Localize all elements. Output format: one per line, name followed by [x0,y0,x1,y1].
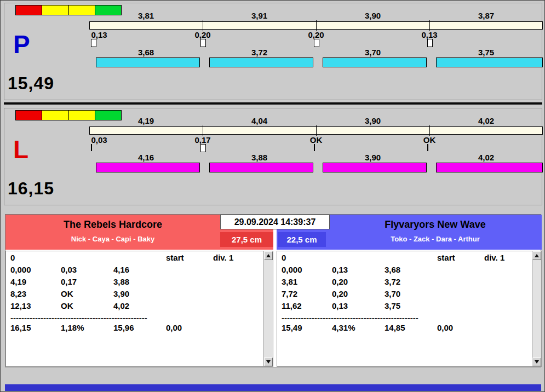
lap-time: 3,72 [203,48,316,57]
timing-bars: 4,19 4,04 3,90 4,02 0,03 0,17 OK OK 4,16… [89,108,543,205]
split-time: 3,87 [429,11,543,20]
bar-tick [316,125,317,136]
bar-tick [203,125,203,136]
panel-divider [4,102,542,105]
bar-tick [429,125,430,136]
status-segment-red [16,111,42,120]
lane-letter: P [13,32,30,57]
split-time: 3,81 [89,11,203,20]
scoreboard: The Rebels Hardcore Nick - Caya - Capi -… [5,214,541,367]
table-total-row: 16,15 1,18% 15,96 0,00 [6,323,273,335]
lane-panel-p: P 3,81 3,91 3,90 3,87 0,13 0,20 0,20 0,1… [4,3,542,100]
distance-badge-right: 22,5 cm [278,232,326,247]
start-number: 0 [10,253,15,262]
status-segment-yellow-1 [42,5,68,15]
table-row: 11,62 0,13 3,75 [277,301,541,313]
exchange-time: 0,17 [186,135,219,145]
table-row: 8,23 OK 3,90 [6,289,273,301]
lap-time: 3,70 [316,48,429,57]
lap-bar [323,163,427,172]
lap-time: 4,16 [89,153,203,162]
table-row: 3,81 0,20 3,72 [277,277,541,289]
table-separator: ----------------------------------------… [6,313,273,323]
exchange-marker [314,39,319,47]
scrollbar[interactable] [532,251,541,366]
col-div-label: div. 1 [484,253,504,262]
team-members: Toko - Zack - Dara - Arthur [329,235,542,243]
table-total-row: 15,49 4,31% 14,85 0,00 [277,323,541,335]
team-members: Nick - Caya - Capi - Baky [5,235,220,243]
exchange-time: 0,13 [413,30,446,39]
table-row: 4,19 0,17 3,88 [6,277,273,289]
exchange-time: 0,20 [186,30,219,39]
col-start-label: start [437,253,455,262]
table-header-row: 0 start div. 1 [277,253,541,265]
exchange-marker [314,144,315,151]
scroll-down-button[interactable] [264,358,273,366]
app-window: P 3,81 3,91 3,90 3,87 0,13 0,20 0,20 0,1… [0,0,545,392]
table-header-row: 0 start div. 1 [6,253,273,265]
col-start-label: start [166,253,184,262]
arrow-down-icon [266,360,271,364]
split-time: 4,04 [203,116,316,125]
scrollbar-track[interactable] [532,260,541,358]
lap-bar [209,57,313,67]
team-name: Flyvaryors New Wave [329,219,542,230]
exchange-marker [427,39,433,47]
exchange-time: 0,13 [83,30,116,39]
lap-time: 4,02 [429,153,543,162]
table-row: 12,13 OK 4,02 [6,301,273,313]
lap-time: 3,75 [429,48,543,57]
table-row: 0,000 0,13 3,68 [277,265,541,277]
result-table-right: 0 start div. 1 0,000 0,13 3,68 3,81 0,20… [277,251,542,367]
lane-letter: L [13,137,28,162]
lap-bar [323,57,427,67]
lane-panel-l: L 4,19 4,04 3,90 4,02 0,03 0,17 OK OK 4,… [4,108,542,205]
table-separator: ----------------------------------------… [277,313,541,323]
scroll-up-button[interactable] [532,251,541,260]
split-time: 4,02 [429,116,543,125]
exchange-time: OK [413,135,446,145]
exchange-time: 0,20 [300,30,332,39]
bottom-bar [5,384,541,391]
split-bar [89,126,543,135]
bar-tick [316,20,317,31]
split-time: 3,90 [316,116,429,125]
result-table-left: 0 start div. 1 0,000 0,03 4,16 4,19 0,17… [5,251,273,367]
lap-time: 3,88 [203,153,316,162]
exchange-time: 0,03 [83,135,116,145]
split-time: 3,91 [203,11,316,20]
scrollbar[interactable] [263,251,273,366]
exchange-marker [200,39,206,47]
exchange-time: OK [300,135,332,145]
scroll-up-button[interactable] [264,251,273,260]
split-bar [89,21,543,30]
arrow-up-icon [535,254,539,257]
exchange-marker [91,39,96,47]
start-number: 0 [282,253,286,262]
status-segment-red [16,5,42,15]
distance-badge-left: 27,5 cm [220,232,273,247]
table-row: 0,000 0,03 4,16 [6,265,273,277]
scrollbar-track[interactable] [264,260,273,358]
datetime: 29.09.2024 14:39:37 [220,215,330,229]
lap-bar [96,57,200,67]
lap-time: 3,68 [89,48,203,57]
scroll-down-button[interactable] [532,358,541,366]
lap-bar [436,163,543,172]
table-row: 7,72 0,20 3,70 [277,289,541,301]
lap-bar [436,57,543,67]
bar-tick [203,20,203,31]
exchange-marker [200,144,206,152]
exchange-marker [427,144,428,151]
split-time: 4,19 [89,116,203,125]
lap-bar [96,163,200,172]
lap-time: 3,90 [316,153,429,162]
total-time: 16,15 [8,178,54,199]
timing-bars: 3,81 3,91 3,90 3,87 0,13 0,20 0,20 0,13 … [89,3,543,100]
arrow-down-icon [535,360,539,364]
bar-tick [429,20,430,31]
col-div-label: div. 1 [213,253,233,262]
exchange-marker [91,144,92,151]
total-time: 15,49 [8,73,54,94]
